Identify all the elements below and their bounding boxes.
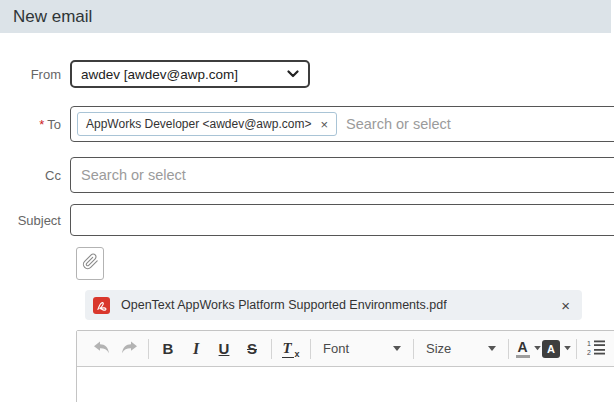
to-search-input[interactable] [346,116,610,132]
attachment-filename: OpenText AppWorks Platform Supported Env… [121,298,447,312]
undo-icon [93,340,110,357]
editor-content-area[interactable] [77,367,614,402]
attach-file-button[interactable] [76,247,104,280]
italic-button[interactable]: I [182,335,210,363]
toolbar-separator [413,339,414,359]
chevron-down-icon [287,70,299,78]
subject-input[interactable] [81,212,606,228]
clear-formatting-t: T [282,340,293,358]
attachment-item[interactable]: OpenText AppWorks Platform Supported Env… [85,290,582,320]
numbered-list-icon: 1 2 [586,339,606,358]
redo-icon [121,340,138,357]
font-family-label: Font [323,341,393,356]
toolbar-separator [508,339,509,359]
strikethrough-button[interactable]: S [238,335,266,363]
required-asterisk: * [39,117,44,132]
font-size-dropdown[interactable]: Size [419,335,503,363]
cc-search-input[interactable] [81,167,606,183]
clear-formatting-button[interactable]: T x [277,335,305,363]
from-selected-value: awdev [awdev@awp.com] [81,67,287,82]
recipient-chip-text: AppWorks Developer <awdev@awp.com> [86,117,311,131]
bullet-list-button[interactable] [610,335,614,363]
font-color-button[interactable]: A [514,335,542,363]
underline-button[interactable]: U [210,335,238,363]
subject-label: Subject [0,213,70,228]
clear-formatting-x: x [295,349,300,359]
cc-row: Cc [0,157,614,193]
numbered-list-button[interactable]: 1 2 [582,335,610,363]
editor-toolbar: B I U S T x Font Size A [77,331,614,367]
to-label: *To [0,117,70,132]
toolbar-separator [310,339,311,359]
chip-remove-icon[interactable]: × [320,118,328,131]
toolbar-separator [148,339,149,359]
panel-header: New email [0,0,611,33]
dropdown-arrow-icon [393,346,401,352]
svg-text:1: 1 [587,340,591,347]
rich-text-editor: B I U S T x Font Size A [76,330,614,402]
to-row: *To AppWorks Developer <awdev@awp.com> × [0,106,614,142]
redo-button[interactable] [115,335,143,363]
page-title: New email [13,7,92,27]
subject-row: Subject [0,204,614,236]
dropdown-arrow-icon [564,346,571,351]
to-field[interactable]: AppWorks Developer <awdev@awp.com> × [70,106,614,142]
undo-button[interactable] [87,335,115,363]
toolbar-separator [271,339,272,359]
paperclip-icon [82,252,99,275]
font-color-icon: A [516,340,530,358]
pdf-file-icon [93,297,110,314]
font-size-label: Size [426,341,488,356]
subject-field[interactable] [70,204,614,236]
cc-label: Cc [0,168,70,183]
highlight-color-icon: A [542,340,560,358]
from-row: From awdev [awdev@awp.com] [0,60,614,88]
toolbar-separator [576,339,577,359]
bold-button[interactable]: B [154,335,182,363]
attachment-remove-icon[interactable]: × [561,298,570,313]
dropdown-arrow-icon [534,346,541,351]
from-select[interactable]: awdev [awdev@awp.com] [70,60,310,88]
from-label: From [0,67,70,82]
svg-text:2: 2 [587,349,591,356]
cc-field[interactable] [70,157,614,193]
font-family-dropdown[interactable]: Font [316,335,408,363]
recipient-chip[interactable]: AppWorks Developer <awdev@awp.com> × [77,112,337,136]
highlight-color-button[interactable]: A [542,335,571,363]
dropdown-arrow-icon [488,346,496,352]
